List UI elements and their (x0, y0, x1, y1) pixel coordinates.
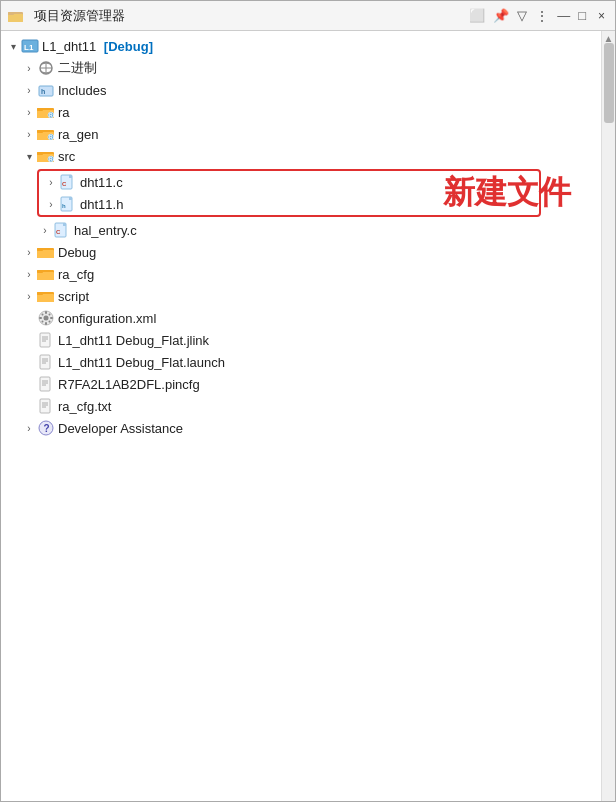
ra-folder-icon: RA (37, 104, 55, 120)
tree-item-includes[interactable]: h Includes (1, 79, 601, 101)
svg-rect-14 (37, 108, 43, 111)
tree-item-dht11c[interactable]: C dht11.c (39, 171, 539, 193)
window-icon (7, 8, 25, 24)
copy-icon[interactable]: ⬜ (467, 8, 487, 23)
tree-item-ra[interactable]: RA ra (1, 101, 601, 123)
svg-rect-40 (37, 250, 54, 258)
debug-label: Debug (58, 245, 96, 260)
dev-assist-icon: ? (37, 420, 55, 436)
svg-rect-2 (8, 12, 14, 15)
pincfg-doc-icon (37, 376, 55, 392)
c-file-icon: C (59, 174, 77, 190)
minimize-icon[interactable]: — (555, 8, 572, 23)
launch-label: L1_dht11 Debug_Flat.launch (58, 355, 225, 370)
tree-item-binary[interactable]: 二进制 (1, 57, 601, 79)
tree-item-ra-gen[interactable]: RA ra_gen (1, 123, 601, 145)
script-folder-icon (37, 288, 55, 304)
arrow-includes (21, 85, 37, 96)
svg-text:C: C (56, 229, 61, 235)
svg-text:L1: L1 (24, 43, 34, 52)
hal-entry-label: hal_entry.c (74, 223, 137, 238)
jlink-label: L1_dht11 Debug_Flat.jlink (58, 333, 209, 348)
svg-text:RA: RA (49, 156, 55, 162)
tree-item-jlink[interactable]: L1_dht11 Debug_Flat.jlink (1, 329, 601, 351)
restore-icon[interactable]: □ (576, 8, 588, 23)
ra-gen-label: ra_gen (58, 127, 98, 142)
gear-file-icon (37, 310, 55, 326)
arrow-hal-entry (37, 225, 53, 236)
tree-item-root[interactable]: L1 L1_dht11 [Debug] (1, 35, 601, 57)
launch-doc-icon (37, 354, 55, 370)
svg-text:C: C (62, 181, 67, 187)
tree-item-pincfg[interactable]: R7FA2L1AB2DFL.pincfg (1, 373, 601, 395)
svg-rect-46 (37, 294, 54, 302)
arrow-root (5, 41, 21, 52)
tree-item-script[interactable]: script (1, 285, 601, 307)
main-window: 项目资源管理器 ⬜ 📌 ▽ ⋮ — □ × (0, 0, 616, 802)
svg-rect-19 (37, 130, 43, 133)
pincfg-label: R7FA2L1AB2DFL.pincfg (58, 377, 200, 392)
scrollbar[interactable]: ▲ (601, 31, 615, 801)
tree-item-launch[interactable]: L1_dht11 Debug_Flat.launch (1, 351, 601, 373)
content-area: L1 L1_dht11 [Debug] (1, 31, 615, 801)
src-folder-icon: RA (37, 148, 55, 164)
debug-folder-icon (37, 244, 55, 260)
tree-item-dht11h[interactable]: h dht11.h (39, 193, 539, 215)
svg-text:h: h (41, 88, 45, 95)
svg-rect-1 (8, 14, 23, 22)
dht11c-label: dht11.c (80, 175, 123, 190)
new-files-highlight-box: C dht11.c (37, 169, 541, 217)
arrow-ra-cfg (21, 269, 37, 280)
ra-cfg-folder-icon (37, 266, 55, 282)
arrow-script (21, 291, 37, 302)
tree-item-debug[interactable]: Debug (1, 241, 601, 263)
scrollbar-thumb[interactable] (604, 43, 614, 123)
tree-item-dev-assist[interactable]: ? Developer Assistance (1, 417, 601, 439)
hal-c-file-icon: C (53, 222, 71, 238)
project-icon: L1 (21, 38, 39, 54)
tree-panel: L1 L1_dht11 [Debug] (1, 31, 601, 801)
svg-rect-66 (40, 377, 50, 391)
svg-rect-62 (40, 355, 50, 369)
arrow-src (21, 151, 37, 162)
svg-rect-70 (40, 399, 50, 413)
ra-cfg-txt-label: ra_cfg.txt (58, 399, 111, 414)
svg-text:RA: RA (49, 112, 55, 118)
arrow-dev-assist (21, 423, 37, 434)
arrow-dht11h (43, 199, 59, 210)
svg-rect-41 (37, 248, 43, 251)
filter-icon[interactable]: ▽ (515, 8, 529, 23)
script-label: script (58, 289, 89, 304)
ra-cfg-txt-doc-icon (37, 398, 55, 414)
tree-item-src[interactable]: RA src (1, 145, 601, 167)
tree-item-ra-cfg[interactable]: ra_cfg (1, 263, 601, 285)
menu-icon[interactable]: ⋮ (533, 8, 551, 24)
title-bar: 项目资源管理器 ⬜ 📌 ▽ ⋮ — □ × (1, 1, 615, 31)
tree-item-ra-cfg-txt[interactable]: ra_cfg.txt (1, 395, 601, 417)
svg-rect-50 (45, 311, 47, 314)
svg-text:?: ? (44, 423, 50, 434)
svg-rect-51 (45, 322, 47, 325)
arrow-debug (21, 247, 37, 258)
arrow-binary (21, 63, 37, 74)
arrow-dht11c (43, 177, 59, 188)
includes-icon: h (37, 82, 55, 98)
close-button[interactable]: × (594, 9, 609, 23)
includes-label: Includes (58, 83, 106, 98)
arrow-ra (21, 107, 37, 118)
tree-item-config-xml[interactable]: configuration.xml (1, 307, 601, 329)
svg-rect-52 (39, 317, 42, 319)
pin-icon[interactable]: 📌 (491, 8, 511, 23)
window-title: 项目资源管理器 (34, 7, 461, 25)
dev-assist-label: Developer Assistance (58, 421, 183, 436)
binary-icon (37, 60, 55, 76)
new-files-wrapper: C dht11.c (1, 169, 601, 217)
root-label: L1_dht11 [Debug] (42, 39, 153, 54)
svg-rect-58 (40, 333, 50, 347)
src-label: src (58, 149, 75, 164)
svg-point-49 (44, 316, 49, 321)
ra-gen-folder-icon: RA (37, 126, 55, 142)
svg-rect-44 (37, 270, 43, 273)
tree-item-hal-entry[interactable]: C hal_entry.c (1, 219, 601, 241)
svg-rect-53 (50, 317, 53, 319)
